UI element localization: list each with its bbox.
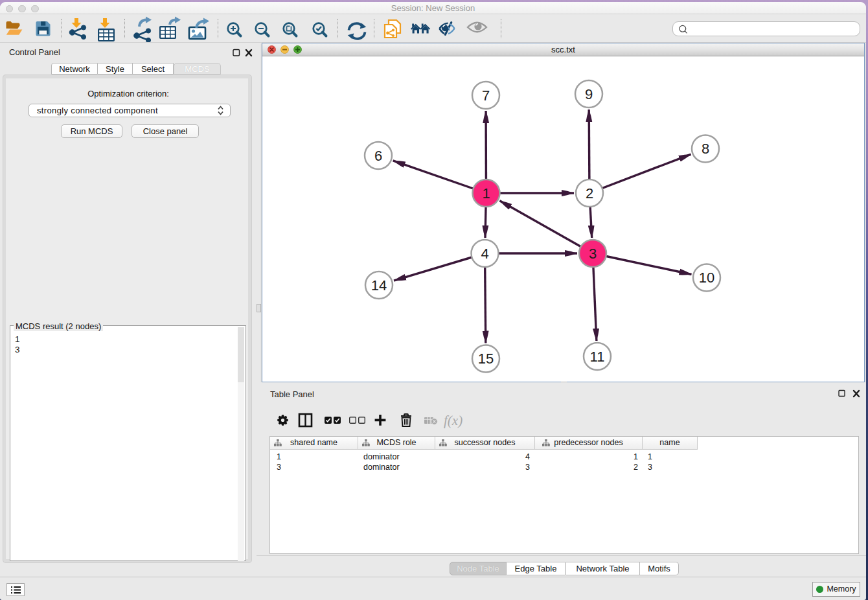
svg-text:1: 1 (482, 185, 490, 202)
svg-text:4: 4 (481, 246, 488, 262)
svg-text:9: 9 (585, 86, 593, 102)
svg-text:11: 11 (590, 349, 605, 365)
svg-text:2: 2 (586, 185, 593, 202)
svg-text:10: 10 (699, 270, 714, 286)
svg-text:15: 15 (478, 351, 494, 367)
svg-text:3: 3 (589, 246, 597, 262)
svg-text:f(x): f(x) (444, 413, 463, 428)
svg-text:6: 6 (374, 148, 382, 164)
svg-text:14: 14 (371, 277, 387, 294)
svg-text:7: 7 (482, 87, 490, 104)
svg-text:8: 8 (702, 141, 709, 157)
